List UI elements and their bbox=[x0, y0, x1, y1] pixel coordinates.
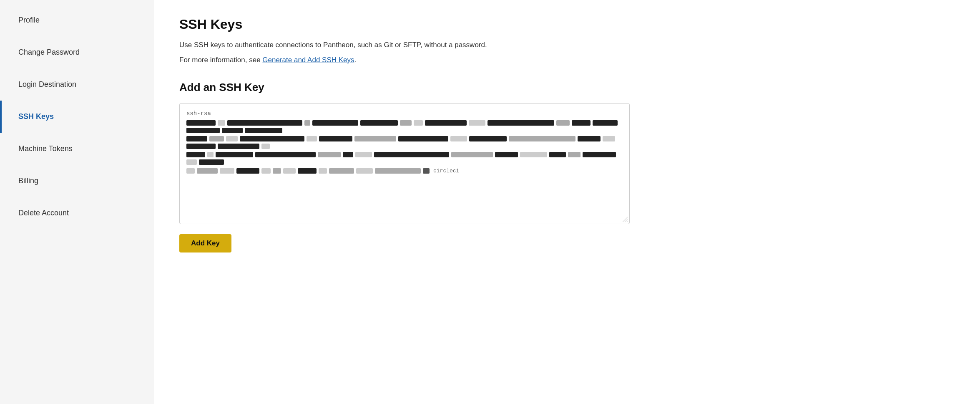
description-line2: For more information, see Generate and A… bbox=[179, 55, 630, 66]
page-layout: Profile Change Password Login Destinatio… bbox=[0, 0, 980, 404]
description-prefix: For more information, see bbox=[179, 56, 262, 64]
svg-line-2 bbox=[627, 221, 628, 222]
circleci-label: circleci bbox=[433, 168, 459, 174]
sidebar: Profile Change Password Login Destinatio… bbox=[0, 0, 154, 404]
description-line1: Use SSH keys to authenticate connections… bbox=[179, 40, 630, 50]
ssh-rsa-label: ssh-rsa bbox=[186, 110, 623, 117]
sidebar-item-delete-account[interactable]: Delete Account bbox=[0, 197, 154, 229]
redacted-row-3 bbox=[186, 152, 623, 165]
sidebar-item-login-destination[interactable]: Login Destination bbox=[0, 68, 154, 101]
sidebar-item-ssh-keys[interactable]: SSH Keys bbox=[0, 101, 154, 133]
redacted-row-4: circleci bbox=[186, 168, 623, 174]
page-title: SSH Keys bbox=[179, 17, 630, 32]
main-content: SSH Keys Use SSH keys to authenticate co… bbox=[154, 0, 655, 404]
ssh-key-textarea-container[interactable]: ssh-rsa bbox=[179, 103, 630, 224]
generate-ssh-keys-link[interactable]: Generate and Add SSH Keys bbox=[262, 56, 354, 64]
redacted-row-2 bbox=[186, 136, 623, 149]
sidebar-item-profile[interactable]: Profile bbox=[0, 4, 154, 36]
sidebar-item-change-password[interactable]: Change Password bbox=[0, 36, 154, 68]
add-ssh-key-title: Add an SSH Key bbox=[179, 81, 630, 94]
sidebar-item-billing[interactable]: Billing bbox=[0, 165, 154, 197]
add-key-button[interactable]: Add Key bbox=[179, 234, 231, 252]
description-suffix: . bbox=[354, 56, 357, 64]
textarea-resize-handle[interactable] bbox=[622, 216, 628, 222]
redacted-row-1 bbox=[186, 120, 623, 133]
sidebar-item-machine-tokens[interactable]: Machine Tokens bbox=[0, 133, 154, 165]
